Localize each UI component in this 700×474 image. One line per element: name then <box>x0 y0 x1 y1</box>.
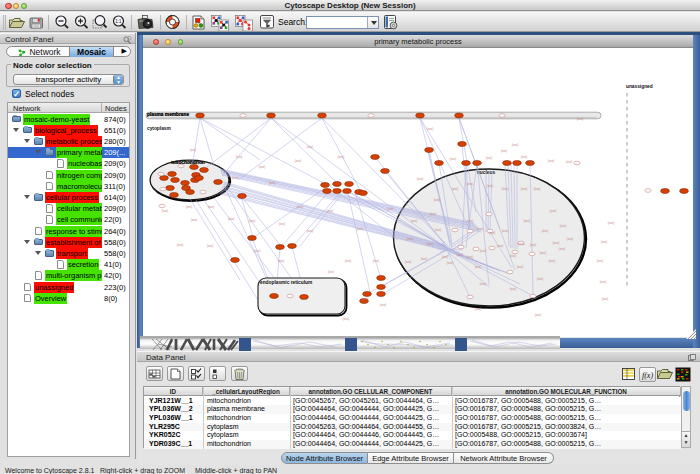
svg-text:endoplasmic reticulum: endoplasmic reticulum <box>260 280 312 285</box>
svg-text:(xxx): (xxx) <box>411 219 418 223</box>
svg-text:unassigned: unassigned <box>626 84 653 89</box>
svg-text:(xxx): (xxx) <box>502 229 509 233</box>
svg-text:(xxx): (xxx) <box>467 219 474 223</box>
svg-text:(xxx): (xxx) <box>417 177 424 181</box>
svg-text:(xxx): (xxx) <box>524 219 531 223</box>
svg-text:(xxx): (xxx) <box>597 259 604 263</box>
svg-text:(xxx): (xxx) <box>535 313 542 317</box>
svg-text:(xxx): (xxx) <box>232 176 239 180</box>
svg-text:(xxx): (xxx) <box>327 209 334 213</box>
svg-text:(xxx): (xxx) <box>510 254 517 258</box>
svg-text:(xxx): (xxx) <box>602 297 609 301</box>
svg-text:(xxx): (xxx) <box>501 149 508 153</box>
svg-text:(xxx): (xxx) <box>542 229 549 233</box>
svg-text:(xxx): (xxx) <box>608 221 615 225</box>
svg-text:(xxx): (xxx) <box>269 181 276 185</box>
svg-text:(xxx): (xxx) <box>328 270 335 274</box>
svg-text:(xxx): (xxx) <box>559 247 566 251</box>
svg-text:(xxx): (xxx) <box>435 228 442 232</box>
svg-text:(xxx): (xxx) <box>295 159 302 163</box>
svg-text:plasma membrane: plasma membrane <box>147 112 189 117</box>
svg-text:(xxx): (xxx) <box>307 229 314 233</box>
svg-text:f(x): f(x) <box>642 371 653 380</box>
svg-text:(xxx): (xxx) <box>600 280 607 284</box>
svg-text:(xxx): (xxx) <box>405 260 412 264</box>
svg-text:(xxx): (xxx) <box>577 117 584 121</box>
svg-text:(xxx): (xxx) <box>442 255 449 259</box>
svg-text:(xxx): (xxx) <box>510 287 517 291</box>
svg-text:(xxx): (xxx) <box>475 265 482 269</box>
svg-text:(xxx): (xxx) <box>601 240 608 244</box>
svg-text:(xxx): (xxx) <box>297 205 304 209</box>
svg-text:(xxx): (xxx) <box>450 157 457 161</box>
svg-text:(xxx): (xxx) <box>249 219 256 223</box>
svg-text:(xxx): (xxx) <box>373 259 380 263</box>
svg-text:(xxx): (xxx) <box>162 209 169 213</box>
svg-text:(xxx): (xxx) <box>452 187 459 191</box>
svg-text:(xxx): (xxx) <box>177 243 184 247</box>
svg-text:1:1: 1:1 <box>115 19 122 24</box>
svg-text:(xxx): (xxx) <box>567 237 574 241</box>
svg-text:(xxx): (xxx) <box>502 187 509 191</box>
svg-text:(xxx): (xxx) <box>434 198 441 202</box>
svg-text:mitochondrion: mitochondrion <box>171 160 205 165</box>
svg-text:(xxx): (xxx) <box>517 265 524 269</box>
svg-text:(xxx): (xxx) <box>190 148 197 152</box>
svg-text:(xxx): (xxx) <box>489 231 496 235</box>
svg-text:(xxx): (xxx) <box>430 212 437 216</box>
svg-text:(xxx): (xxx) <box>467 182 474 186</box>
svg-text:(xxx): (xxx) <box>457 253 464 257</box>
svg-text:cytoplasm: cytoplasm <box>147 126 171 131</box>
svg-text:(xxx): (xxx) <box>380 303 387 307</box>
svg-text:(xxx): (xxx) <box>447 261 454 265</box>
svg-text:(xxx): (xxx) <box>357 227 364 231</box>
svg-text:(xxx): (xxx) <box>307 145 314 149</box>
svg-text:(xxx): (xxx) <box>486 156 493 160</box>
svg-text:(xxx): (xxx) <box>427 127 434 131</box>
svg-text:(xxx): (xxx) <box>553 241 560 245</box>
svg-text:(xxx): (xxx) <box>512 143 519 147</box>
svg-text:(xxx): (xxx) <box>191 218 198 222</box>
svg-text:(xxx): (xxx) <box>407 237 414 241</box>
svg-text:(xxx): (xxx) <box>345 259 352 263</box>
svg-text:(xxx): (xxx) <box>487 184 494 188</box>
svg-text:(xxx): (xxx) <box>421 257 428 261</box>
svg-text:(xxx): (xxx) <box>566 160 573 164</box>
svg-text:(xxx): (xxx) <box>228 217 235 221</box>
svg-text:(xxx): (xxx) <box>343 317 350 321</box>
svg-text:(xxx): (xxx) <box>550 209 557 213</box>
svg-text:(xxx): (xxx) <box>259 165 266 169</box>
svg-text:(xxx): (xxx) <box>279 222 286 226</box>
svg-text:(xxx): (xxx) <box>480 282 487 286</box>
svg-text:(xxx): (xxx) <box>518 242 525 246</box>
svg-text:(xxx): (xxx) <box>338 155 345 159</box>
svg-text:(xxx): (xxx) <box>477 227 484 231</box>
svg-text:(xxx): (xxx) <box>521 187 528 191</box>
svg-text:(xxx): (xxx) <box>548 159 555 163</box>
svg-text:(xxx): (xxx) <box>540 251 547 255</box>
svg-text:(xxx): (xxx) <box>560 224 567 228</box>
svg-text:(xxx): (xxx) <box>362 297 369 301</box>
svg-text:(xxx): (xxx) <box>467 255 474 259</box>
svg-text:(xxx): (xxx) <box>549 259 556 263</box>
svg-text:(xxx): (xxx) <box>537 277 544 281</box>
svg-text:(xxx): (xxx) <box>254 249 261 253</box>
svg-text:(xxx): (xxx) <box>530 243 537 247</box>
svg-text:(xxx): (xxx) <box>480 249 487 253</box>
svg-text:(xxx): (xxx) <box>497 244 504 248</box>
svg-text:(xxx): (xxx) <box>534 187 541 191</box>
svg-text:(xxx): (xxx) <box>521 155 528 159</box>
svg-text:(xxx): (xxx) <box>278 259 285 263</box>
svg-text:(xxx): (xxx) <box>236 155 243 159</box>
svg-text:(xxx): (xxx) <box>186 205 193 209</box>
svg-text:(xxx): (xxx) <box>387 207 394 211</box>
svg-text:(xxx): (xxx) <box>427 242 434 246</box>
svg-text:(xxx): (xxx) <box>207 244 214 248</box>
svg-text:(xxx): (xxx) <box>475 307 482 311</box>
svg-text:(xxx): (xxx) <box>208 205 215 209</box>
